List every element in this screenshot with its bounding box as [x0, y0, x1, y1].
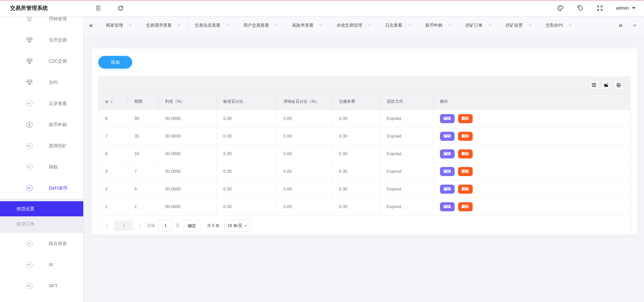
user-menu[interactable]: admin — [616, 5, 635, 11]
page-size-select[interactable]: 10 条/页 — [224, 220, 250, 231]
tab-close-icon[interactable]: × — [178, 23, 181, 27]
table-cell: 1 — [99, 198, 128, 216]
tag-icon[interactable] — [577, 5, 584, 12]
tab-close-icon[interactable]: × — [129, 23, 132, 27]
edit-button[interactable]: 编辑 — [440, 114, 455, 123]
table-cell: 3 — [99, 163, 128, 180]
tab[interactable]: 日志查看× — [378, 16, 418, 34]
actions-cell: 编辑删除 — [433, 180, 631, 198]
column-header: 期限 — [128, 94, 158, 110]
column-filter-button[interactable] — [589, 80, 599, 90]
table-row: 73530.00000.305.000.30Expried编辑删除 — [99, 127, 631, 145]
theme-palette-icon[interactable] — [557, 5, 564, 12]
column-header: 验资百分比 — [217, 94, 277, 110]
goto-label: 到第 — [147, 223, 155, 228]
tab[interactable]: 交易信息查看× — [188, 16, 236, 34]
tab[interactable]: 商家管理× — [99, 16, 139, 34]
gauge-icon — [25, 183, 34, 193]
tab[interactable]: 挖矿订单× — [458, 16, 499, 34]
sidebar-item-staking-mining[interactable]: 质押挖矿 — [0, 135, 83, 156]
sidebar-item-fiat-trade[interactable]: 法币交易 — [0, 29, 83, 51]
tab-close-icon[interactable]: × — [319, 23, 322, 27]
edit-button[interactable]: 编辑 — [440, 132, 455, 141]
prev-page-icon[interactable] — [104, 222, 111, 229]
sidebar-item-contract[interactable]: 合约 — [0, 72, 83, 93]
confirm-button[interactable]: 确定 — [184, 220, 200, 231]
table-cell: 0.30 — [332, 110, 380, 127]
gauge-icon — [25, 260, 34, 270]
tabs-scroll-right-icon[interactable]: » — [615, 21, 626, 29]
actions-cell: 编辑删除 — [433, 145, 631, 163]
edit-button[interactable]: 编辑 — [440, 167, 455, 176]
table-cell: 35 — [128, 127, 158, 145]
next-page-icon[interactable] — [136, 222, 144, 229]
tab-close-icon[interactable]: × — [449, 23, 451, 27]
column-header-label: 总服务费 — [339, 99, 355, 104]
sidebar-subitem-lending-settings[interactable]: 借贷设置 — [0, 201, 83, 216]
sidebar-item-ai[interactable]: AI — [0, 254, 83, 275]
delete-button[interactable]: 删除 — [458, 132, 473, 141]
app-title: 交易所管理系统 — [0, 5, 83, 12]
tab-bar: « 商家管理×交易需求查看×交易信息查看×用户交易查看×风险率查看×永续交易管理… — [83, 16, 644, 34]
table-cell: 0.30 — [332, 127, 380, 145]
sidebar-item-label: 币种管理 — [49, 16, 67, 22]
edit-button[interactable]: 编辑 — [440, 185, 455, 194]
tab-close-icon[interactable]: × — [226, 23, 229, 27]
sidebar-subitem-lending-orders[interactable]: 借贷订单 — [0, 216, 83, 231]
refresh-icon[interactable] — [117, 5, 124, 12]
tab[interactable]: 交割合约× — [539, 16, 579, 34]
tab-close-icon[interactable]: × — [408, 23, 411, 27]
collapse-sidebar-icon[interactable] — [95, 5, 102, 12]
add-button[interactable]: 添加 — [98, 56, 132, 69]
tab-close-icon[interactable]: × — [569, 23, 572, 27]
sidebar-item-coin-manage[interactable]: 币种管理 — [0, 16, 83, 29]
print-button[interactable] — [614, 80, 624, 90]
goto-page-input[interactable] — [158, 220, 173, 231]
sort-carets-icon[interactable] — [110, 100, 113, 104]
table-cell: Expired — [380, 198, 433, 216]
table-cell: 5.00 — [277, 110, 332, 127]
sidebar-item-nft[interactable]: NFT — [0, 275, 83, 296]
delete-button[interactable]: 删除 — [458, 185, 473, 194]
delete-button[interactable]: 删除 — [458, 114, 473, 123]
sidebar-item-defi-lending[interactable]: DeFi借币 — [0, 178, 83, 199]
sidebar-item-c2c-trade[interactable]: C2C交易 — [0, 51, 83, 72]
edit-button[interactable]: 编辑 — [440, 202, 455, 211]
sidebar-item-label: 组合投资 — [49, 241, 67, 247]
tab[interactable]: 用户交易查看× — [236, 16, 285, 34]
tab[interactable]: 永续交易管理× — [330, 16, 378, 34]
export-button[interactable] — [601, 80, 611, 90]
page-number-button[interactable]: 1 — [114, 221, 133, 231]
tab-close-icon[interactable]: × — [529, 23, 532, 27]
column-header[interactable]: id — [99, 94, 128, 110]
tab[interactable]: 挖矿设置× — [499, 16, 539, 34]
delete-button[interactable]: 删除 — [458, 149, 473, 158]
sidebar-item-record-view[interactable]: 记录查看 — [0, 93, 83, 114]
tab[interactable]: 新币申购× — [418, 16, 459, 34]
tab[interactable]: 风险率查看× — [285, 16, 330, 34]
sidebar-item-portfolio-invest[interactable]: 组合投资 — [0, 233, 83, 254]
sidebar-item-options[interactable]: 期权 — [0, 156, 83, 178]
tab-label: 永续交易管理 — [337, 22, 362, 28]
delete-button[interactable]: 删除 — [458, 167, 473, 176]
delete-button[interactable]: 删除 — [458, 202, 473, 211]
tab[interactable]: 交易需求查看× — [139, 16, 188, 34]
tabs-more-icon[interactable] — [629, 22, 640, 28]
tab-close-icon[interactable]: × — [275, 23, 278, 27]
fullscreen-icon[interactable] — [596, 5, 603, 12]
tabs-list: 商家管理×交易需求查看×交易信息查看×用户交易查看×风险率查看×永续交易管理×日… — [99, 16, 579, 34]
sidebar-item-new-coin-subscribe[interactable]: $新币申购 — [0, 114, 83, 135]
edit-button[interactable]: 编辑 — [440, 149, 455, 158]
tab-label: 交易信息查看 — [195, 22, 220, 28]
table-cell: 30.0000 — [158, 180, 217, 198]
sidebar-item-label: 合约 — [49, 79, 58, 85]
column-header-label: 期限 — [135, 99, 143, 104]
tabs-scroll-left-icon[interactable]: « — [83, 16, 99, 34]
sidebar-item-label: 记录查看 — [49, 100, 67, 107]
sidebar-menu: 币种管理法币交易C2C交易合约记录查看$新币申购质押挖矿期权DeFi借币借贷设置… — [0, 16, 83, 296]
tab-close-icon[interactable]: × — [489, 23, 491, 27]
tab-label: 交易需求查看 — [146, 22, 172, 28]
tab-close-icon[interactable]: × — [368, 23, 371, 27]
sidebar-item-label: NFT — [49, 283, 58, 289]
table-header-row: id期限利息（%）验资百分比滞纳金百分比（%）总服务费还款方式操作 — [99, 94, 631, 110]
